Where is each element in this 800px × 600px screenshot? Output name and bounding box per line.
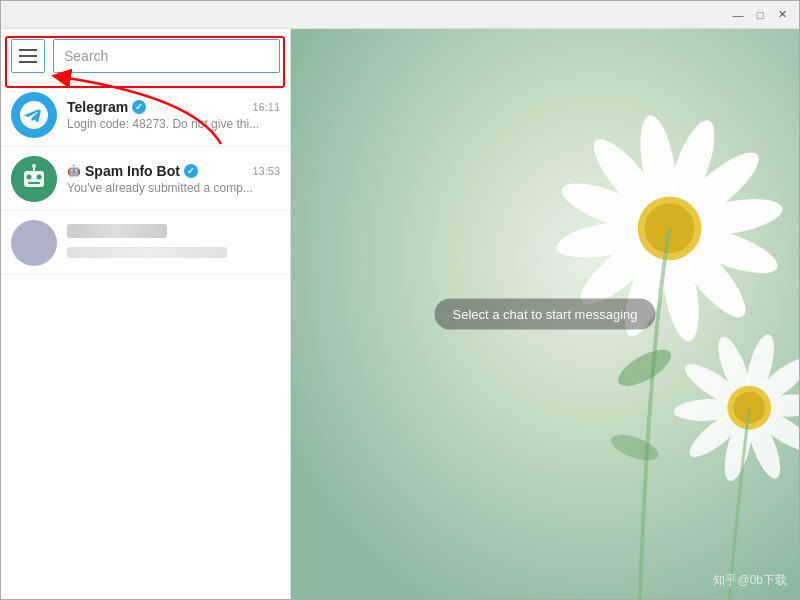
search-input[interactable]: [53, 39, 280, 73]
chat-info-telegram: Telegram 16:11 Login code: 48273. Do not…: [67, 99, 280, 131]
titlebar: — □ ✕: [1, 1, 799, 29]
chat-preview-telegram: Login code: 48273. Do not give thi...: [67, 117, 280, 131]
chat-item-spam-bot[interactable]: 🤖 Spam Info Bot 13:53 You've already sub…: [1, 147, 290, 211]
svg-rect-1: [24, 171, 44, 187]
chat-item-telegram[interactable]: Telegram 16:11 Login code: 48273. Do not…: [1, 83, 290, 147]
chat-name-spam-bot: 🤖 Spam Info Bot: [67, 163, 198, 179]
chat-name-blurred: [67, 224, 167, 238]
svg-point-2: [27, 174, 32, 179]
chat-item-blurred[interactable]: [1, 211, 290, 275]
chat-name-telegram: Telegram: [67, 99, 146, 115]
app-window: — □ ✕: [0, 0, 800, 600]
chat-background: Select a chat to start messaging 知乎@0b下载: [291, 29, 799, 599]
verified-badge-telegram: [132, 100, 146, 114]
svg-point-6: [32, 164, 36, 168]
verified-badge-spam-bot: [184, 164, 198, 178]
select-chat-message: Select a chat to start messaging: [435, 299, 656, 330]
avatar-blurred: [11, 220, 57, 266]
svg-rect-4: [28, 182, 40, 184]
chat-header-spam-bot: 🤖 Spam Info Bot 13:53: [67, 163, 280, 179]
maximize-button[interactable]: □: [751, 6, 769, 24]
menu-button[interactable]: [11, 39, 45, 73]
app-body: Telegram 16:11 Login code: 48273. Do not…: [1, 29, 799, 599]
chat-header-blurred: [67, 224, 280, 242]
chat-preview-spam-bot: You've already submitted a comp...: [67, 181, 280, 195]
chat-info-blurred: [67, 224, 280, 262]
chat-info-spam-bot: 🤖 Spam Info Bot 13:53 You've already sub…: [67, 163, 280, 195]
chat-time-telegram: 16:11: [252, 101, 280, 113]
main-chat-area: Select a chat to start messaging 知乎@0b下载: [291, 29, 799, 599]
chat-time-spam-bot: 13:53: [252, 165, 280, 177]
chat-header-telegram: Telegram 16:11: [67, 99, 280, 115]
minimize-button[interactable]: —: [729, 6, 747, 24]
chat-preview-blurred: [67, 247, 227, 258]
watermark: 知乎@0b下载: [713, 572, 787, 589]
sidebar: Telegram 16:11 Login code: 48273. Do not…: [1, 29, 291, 599]
search-bar: [1, 29, 290, 83]
avatar-spam-bot: [11, 156, 57, 202]
chat-list: Telegram 16:11 Login code: 48273. Do not…: [1, 83, 290, 599]
svg-point-3: [37, 174, 42, 179]
close-button[interactable]: ✕: [773, 6, 791, 24]
avatar-telegram: [11, 92, 57, 138]
